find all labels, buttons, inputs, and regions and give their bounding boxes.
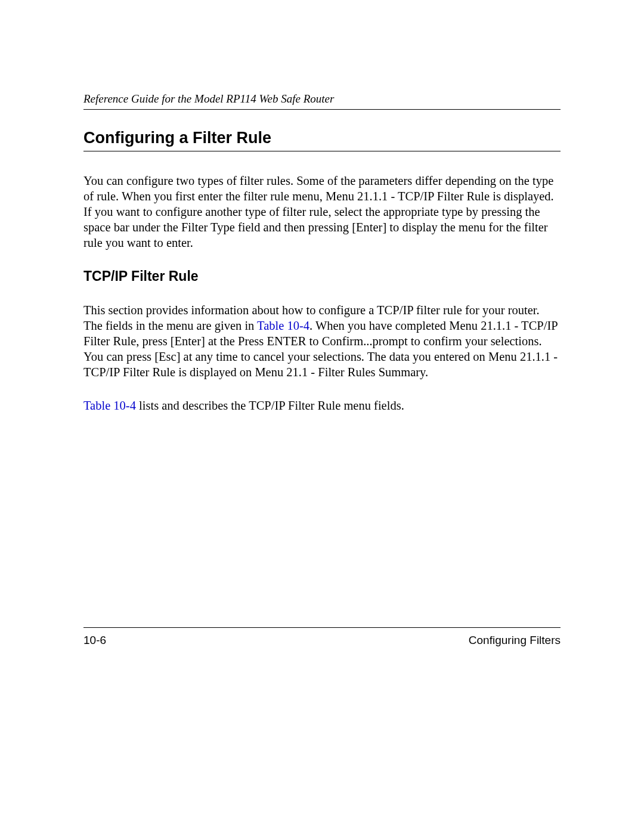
subsection-heading: TCP/IP Filter Rule [83,268,561,284]
page-container: Reference Guide for the Model RP114 Web … [0,0,644,833]
paragraph-3-post: lists and describes the TCP/IP Filter Ru… [136,399,404,412]
intro-paragraph: You can configure two types of filter ru… [83,173,561,250]
footer-row: 10-6 Configuring Filters [83,634,561,647]
section-heading-rule [83,151,561,151]
header-rule [83,109,561,110]
page-footer: 10-6 Configuring Filters [83,627,561,647]
section-heading: Configuring a Filter Rule [83,129,561,147]
subsection-paragraph-2: Table 10-4 lists and describes the TCP/I… [83,398,561,413]
chapter-title: Configuring Filters [469,634,561,647]
footer-rule [83,627,561,628]
subsection-paragraph-1: This section provides information about … [83,302,561,380]
table-link-2[interactable]: Table 10-4 [83,399,136,412]
page-number: 10-6 [83,634,106,647]
table-link-1[interactable]: Table 10-4 [257,319,309,332]
running-header: Reference Guide for the Model RP114 Web … [83,92,561,106]
